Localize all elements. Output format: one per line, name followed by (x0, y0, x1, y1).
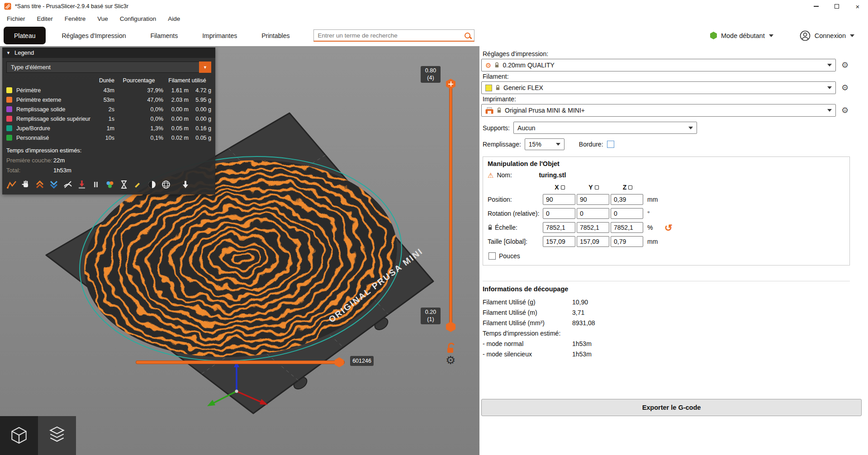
lock-icon (494, 62, 499, 68)
col-percent: Pourcentage (114, 77, 163, 84)
filament-combo[interactable]: Generic FLEX (481, 81, 836, 94)
color-changes-icon[interactable] (76, 179, 87, 190)
login-label: Connexion (815, 32, 846, 39)
legend-row: Périmètre externe 53m 47,0% 2.03 m 5.95 … (6, 95, 211, 104)
first-layer-value: 22m (53, 157, 65, 164)
rotation-y-input[interactable] (577, 208, 609, 219)
axis-header-z: Z (611, 184, 645, 191)
scale-y-input[interactable] (577, 222, 609, 233)
size-x-input[interactable] (543, 236, 575, 247)
tab-plateau[interactable]: Plateau (4, 27, 46, 44)
tab-imprimantes[interactable]: Imprimantes (190, 32, 249, 39)
close-button[interactable]: × (847, 0, 868, 13)
minimize-button[interactable] (806, 0, 826, 13)
custom-gcodes-icon[interactable] (104, 179, 115, 190)
menu-fichier[interactable]: Fichier (1, 15, 31, 22)
menu-fenetre[interactable]: Fenêtre (59, 15, 92, 22)
estimated-time-icon[interactable] (119, 179, 129, 190)
legend-row: Jupe/Bordure 1m 1,3% 0.05 m 0.16 g (6, 123, 211, 133)
cube-icon (9, 425, 29, 446)
supports-combo[interactable]: Aucun (513, 122, 697, 134)
view-preview-button[interactable] (38, 416, 76, 455)
size-z-input[interactable] (611, 236, 643, 247)
menu-aide[interactable]: Aide (162, 15, 186, 22)
legend-header[interactable]: ▼ Legend (2, 47, 215, 58)
chevron-down-icon (827, 109, 832, 112)
col-duration: Durée (96, 77, 114, 84)
position-y-input[interactable] (577, 194, 609, 205)
seam-painting-icon[interactable] (147, 179, 157, 190)
print-settings-combo[interactable]: ⚙ 0.20mm QUALITY (481, 59, 836, 71)
deretractions-icon[interactable] (48, 179, 59, 190)
menu-editer[interactable]: Editer (31, 15, 59, 22)
preset-gear-icon: ⚙ (485, 62, 491, 69)
axis-reset-icon[interactable] (595, 185, 599, 190)
col-filament: Filament utilisé (163, 77, 211, 84)
rotation-x-input[interactable] (543, 208, 575, 219)
move-slider-track[interactable] (136, 360, 345, 364)
view-3d-button[interactable] (0, 416, 38, 455)
wipe-icon[interactable] (20, 179, 31, 190)
menu-vue[interactable]: Vue (91, 15, 114, 22)
tab-filaments[interactable]: Filaments (138, 32, 190, 39)
login-button[interactable]: Connexion (800, 30, 854, 41)
legend-title: Legend (14, 49, 34, 56)
search-input[interactable] (318, 32, 465, 39)
axis-reset-icon[interactable] (628, 185, 632, 190)
view-type-dropdown[interactable]: Type d'élément ▼ (6, 62, 211, 73)
maximize-button[interactable] (826, 0, 847, 13)
paint-icon[interactable] (133, 179, 143, 190)
axis-reset-icon[interactable] (561, 185, 565, 190)
collapse-triangle-icon: ▼ (6, 51, 10, 55)
legend-panel: ▼ Legend Type d'élément ▼ Durée Pourcent… (2, 47, 215, 194)
window-title: *Sans titre - PrusaSlicer-2.9.4 basé sur… (15, 3, 128, 9)
rotation-z-input[interactable] (611, 208, 643, 219)
scale-label: Échelle: (488, 224, 543, 231)
reset-scale-icon[interactable]: ↺ (664, 223, 673, 232)
layer-slider-track[interactable] (449, 84, 452, 327)
printer-value: Original Prusa MINI & MINI+ (505, 107, 585, 114)
feature-color-swatch (6, 87, 12, 93)
3d-viewport[interactable]: ORIGINAL PRUSA MINI ▼ Legend (0, 46, 479, 455)
warning-icon: ⚠ (488, 172, 493, 179)
tab-reglages-impression[interactable]: Réglages d'Impression (49, 32, 138, 39)
size-y-input[interactable] (577, 236, 609, 247)
mode-selector[interactable]: Mode débutant (710, 32, 773, 39)
supports-value: Aucun (517, 124, 536, 132)
view-type-value: Type d'élément (11, 64, 51, 71)
tab-printables[interactable]: Printables (249, 32, 302, 39)
chevron-down-icon (827, 86, 832, 89)
seams-icon[interactable] (62, 179, 73, 190)
brim-label: Bordure: (579, 141, 603, 148)
slider-settings-gear-icon[interactable]: ⚙ (446, 355, 455, 366)
scale-x-input[interactable] (543, 222, 575, 233)
supports-label: Supports: (483, 124, 510, 132)
retractions-icon[interactable] (34, 179, 45, 190)
infill-combo[interactable]: 15% (525, 138, 564, 150)
pause-prints-icon[interactable] (90, 179, 101, 190)
filament-color-swatch (485, 85, 492, 91)
print-settings-gear-button[interactable]: ⚙ (840, 61, 850, 69)
shells-icon[interactable] (161, 179, 171, 190)
printer-label: Imprimante: (483, 95, 862, 103)
uniform-scale-lock-icon[interactable] (488, 224, 493, 231)
legend-toolbar (2, 174, 215, 194)
brim-checkbox[interactable] (607, 141, 614, 148)
printer-combo[interactable]: Original Prusa MINI & MINI+ (481, 104, 836, 117)
scale-z-input[interactable] (611, 222, 643, 233)
position-x-input[interactable] (543, 194, 575, 205)
tool-marker-icon[interactable] (180, 179, 191, 190)
export-gcode-button[interactable]: Exporter le G-code (481, 399, 862, 416)
rotation-label: Rotation (relative): (488, 210, 543, 217)
feature-color-swatch (6, 116, 12, 122)
filament-gear-button[interactable]: ⚙ (840, 84, 850, 92)
position-z-input[interactable] (611, 194, 643, 205)
travels-icon[interactable] (6, 179, 17, 190)
inches-checkbox[interactable] (489, 252, 496, 260)
print-settings-label: Réglages d'impression: (483, 50, 862, 57)
object-manipulation-panel: Manipulation de l'Objet ⚠ Nom: turing.st… (483, 156, 850, 265)
search-icon[interactable] (465, 33, 470, 38)
menu-bar: Fichier Editer Fenêtre Vue Configuration… (0, 13, 868, 25)
printer-gear-button[interactable]: ⚙ (840, 106, 850, 114)
menu-configuration[interactable]: Configuration (114, 15, 162, 22)
